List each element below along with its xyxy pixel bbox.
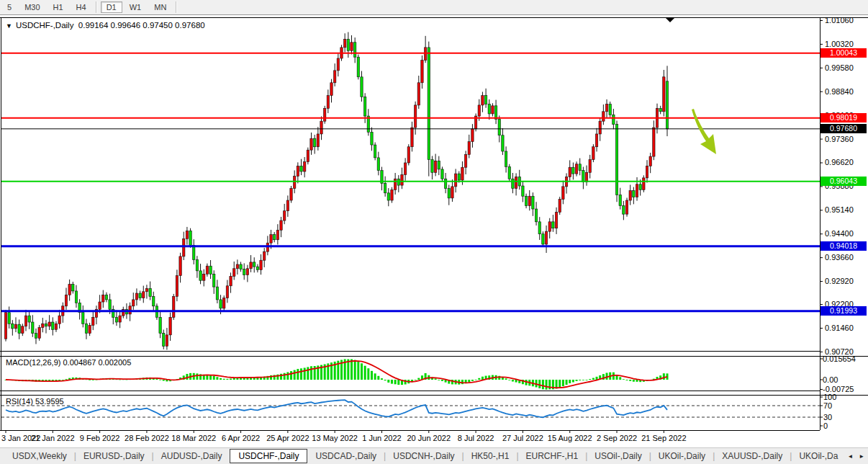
tab-eurchf-h1[interactable]: EURCHF-,H1	[520, 450, 585, 463]
tab-eurusd-daily[interactable]: EURUSD-,Daily	[77, 450, 151, 463]
bear-candle	[353, 43, 356, 57]
macd-histogram-bar	[562, 380, 564, 386]
panel-borders	[0, 17, 868, 431]
tab-usdchf-daily[interactable]: USDCHF-,Daily	[230, 449, 307, 463]
macd-histogram-bar	[626, 380, 628, 380]
bull-candle	[343, 39, 345, 48]
bull-candle	[203, 274, 205, 280]
bear-candle	[72, 285, 74, 291]
bull-candle	[404, 163, 406, 174]
price-badge-0.96043: 0.96043	[820, 177, 867, 186]
macd-histogram-bar	[512, 380, 514, 382]
bull-candle	[14, 324, 17, 329]
macd-histogram-bar	[297, 369, 299, 380]
price-axis-tick: 0.97360	[825, 135, 854, 143]
macd-histogram-bar	[304, 367, 306, 380]
date-axis-label: 25 Apr 2022	[266, 434, 309, 442]
bear-candle	[488, 104, 490, 114]
chart-canvas[interactable]	[0, 0, 868, 464]
macd-histogram-bar	[592, 378, 595, 380]
bull-candle	[421, 61, 423, 83]
bull-candle	[183, 238, 185, 256]
bull-candle	[649, 156, 651, 166]
macd-histogram-bar	[209, 375, 212, 380]
bear-candle	[428, 48, 430, 160]
bear-candle	[535, 209, 537, 222]
tab-usoil-daily[interactable]: USOil-,Daily	[588, 450, 648, 463]
rsi-axis-tick: 0	[823, 421, 828, 430]
bull-candle	[280, 220, 282, 230]
bull-candle	[226, 286, 228, 298]
tab-ukoil-da[interactable]: UKOil-,Da	[792, 450, 844, 463]
date-axis-label: 6 Apr 2022	[222, 434, 260, 442]
macd-histogram-bar	[569, 380, 571, 383]
rsi-indicator	[1, 400, 820, 417]
macd-histogram-bar	[397, 380, 399, 385]
bear-candle	[441, 169, 443, 179]
macd-histogram-bar	[290, 371, 292, 380]
chart-ohlc-values: 0.99164 0.99646 0.97450 0.97680	[78, 21, 205, 30]
bear-candle	[619, 195, 621, 205]
axis-ticks	[6, 21, 823, 434]
macd-histogram-bar	[280, 374, 282, 380]
bear-candle	[502, 135, 504, 151]
bull-candle	[286, 200, 289, 211]
bear-candle	[213, 274, 215, 287]
tab-usdx-weekly[interactable]: USDX,Weekly	[6, 450, 73, 463]
bull-candle	[454, 174, 456, 187]
tab-scroll-right-icon[interactable]: ►	[856, 453, 867, 460]
tab-audusd-daily[interactable]: AUDUSD-,Daily	[155, 450, 229, 463]
bear-candle	[458, 174, 460, 180]
bull-candle	[629, 191, 631, 200]
bull-candle	[663, 77, 665, 112]
bear-candle	[28, 316, 30, 322]
macd-histogram-bar	[508, 380, 510, 380]
bear-candle	[82, 313, 84, 324]
bear-candle	[189, 231, 191, 245]
tab-hk50-h1[interactable]: HK50-,H1	[465, 450, 516, 463]
macd-histogram-bar	[220, 378, 222, 380]
bear-candle	[448, 189, 450, 198]
bull-candle	[297, 166, 299, 176]
bear-candle	[659, 108, 661, 111]
bear-candle	[374, 145, 376, 158]
bear-candle	[85, 324, 87, 333]
price-axis-tick: 0.99580	[825, 63, 854, 72]
chart-shift-marker[interactable]	[666, 18, 674, 22]
macd-histogram-bar	[566, 380, 568, 385]
price-axis-tick: 0.98840	[825, 87, 854, 96]
tab-ukoil-daily[interactable]: UKOil-,Daily	[652, 450, 712, 463]
macd-histogram-bar	[351, 360, 353, 380]
bull-candle	[42, 324, 44, 327]
bear-candle	[52, 322, 54, 329]
bull-candle	[283, 211, 285, 220]
bear-candle	[139, 293, 141, 298]
macd-histogram-bar	[364, 366, 366, 380]
tab-xauusd-daily[interactable]: XAUUSD-,Daily	[715, 450, 789, 463]
tab-usdcad-daily[interactable]: USDCAD-,Daily	[309, 450, 383, 463]
date-axis-label: 27 Jul 2022	[502, 434, 543, 442]
tab-scroll-left-icon[interactable]: ◄	[844, 453, 856, 460]
bear-candle	[216, 287, 218, 300]
bull-candle	[351, 43, 353, 51]
candles	[4, 32, 668, 350]
macd-histogram-bar	[663, 373, 665, 380]
down-arrow-annotation[interactable]	[692, 109, 716, 154]
bear-candle	[512, 179, 514, 188]
bear-candle	[525, 196, 527, 205]
macd-histogram-bar	[310, 366, 312, 380]
bull-candle	[173, 296, 175, 317]
bear-candle	[508, 166, 510, 179]
tab-usdcnh-daily[interactable]: USDCNH-,Daily	[386, 450, 461, 463]
bull-candle	[166, 335, 168, 347]
bull-candle	[89, 326, 91, 334]
rsi-axis-tick: 100	[823, 393, 836, 401]
price-axis-tick: 1.00320	[825, 40, 854, 48]
rsi-label: RSI(14) 53.9595	[6, 397, 64, 406]
bear-candle	[387, 193, 389, 200]
macd-histogram-bar	[371, 371, 373, 380]
price-badge-0.94018: 0.94018	[820, 241, 867, 251]
bull-candle	[451, 187, 453, 198]
date-axis-label: 9 Feb 2022	[80, 434, 120, 442]
macd-histogram-bar	[307, 367, 309, 380]
